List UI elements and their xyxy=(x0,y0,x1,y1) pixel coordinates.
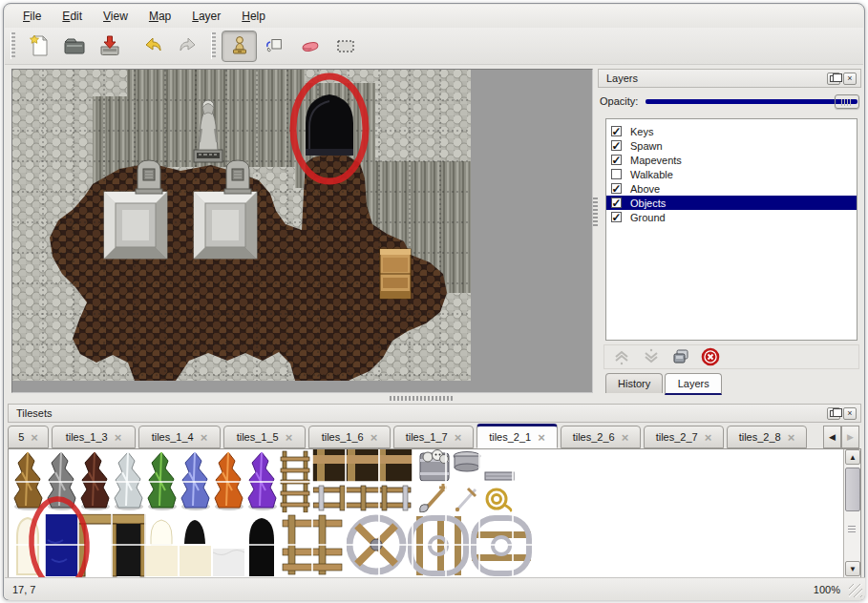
layer-row-ground[interactable]: ✓ Ground xyxy=(606,210,857,224)
layer-checkbox[interactable]: ✓ xyxy=(611,183,622,194)
map-render xyxy=(12,70,471,381)
float-panel-button[interactable] xyxy=(827,407,840,420)
toolbar-drag-handle[interactable] xyxy=(11,32,15,59)
toolbar-drag-handle[interactable] xyxy=(211,32,216,59)
layer-label: Spawn xyxy=(630,140,663,152)
layer-label: Mapevents xyxy=(630,155,682,166)
layer-row-walkable[interactable]: Walkable xyxy=(606,167,857,181)
scrollbar-thumb[interactable] xyxy=(845,468,860,511)
layer-checkbox[interactable]: ✓ xyxy=(611,198,622,208)
layer-checkbox[interactable]: ✓ xyxy=(611,155,622,165)
move-layer-up-button[interactable] xyxy=(612,347,631,366)
scroll-up-button[interactable]: ▲ xyxy=(845,449,860,465)
tileset-render xyxy=(11,449,548,577)
layers-panel-title: Layers × xyxy=(598,69,861,88)
layer-row-objects[interactable]: ✓ Objects xyxy=(606,196,857,210)
tileset-tab[interactable]: tiles_2_7× xyxy=(644,426,724,448)
layer-label: Above xyxy=(630,183,660,195)
opacity-slider[interactable] xyxy=(646,94,859,109)
eraser-tool-button[interactable] xyxy=(292,31,328,62)
new-file-button[interactable] xyxy=(21,31,56,62)
tileset-canvas[interactable]: ▲ ▼ xyxy=(8,448,861,578)
menu-file[interactable]: File xyxy=(13,7,51,26)
crate xyxy=(380,249,411,299)
scroll-down-button[interactable]: ▼ xyxy=(845,561,860,576)
tileset-scrollbar[interactable]: ▲ ▼ xyxy=(843,449,860,577)
paint-bucket-icon xyxy=(263,33,287,58)
tilesets-panel-title: Tilesets × xyxy=(8,404,861,423)
save-icon xyxy=(97,33,122,58)
close-tab-icon[interactable]: × xyxy=(788,432,795,443)
tileset-tab[interactable]: tiles_1_5× xyxy=(223,426,306,448)
selection-rect-icon xyxy=(333,33,358,58)
float-panel-button[interactable] xyxy=(827,73,840,85)
fill-tool-button[interactable] xyxy=(257,31,292,62)
tab-layers[interactable]: Layers xyxy=(665,373,722,395)
scroll-tabs-right-button[interactable]: ▶ xyxy=(841,426,859,448)
stamp-icon xyxy=(227,33,252,58)
close-tab-icon[interactable]: × xyxy=(705,432,712,443)
toolbar xyxy=(5,28,863,65)
resize-grip[interactable] xyxy=(849,584,862,597)
stamp-tool-button[interactable] xyxy=(222,31,257,62)
layer-row-mapevents[interactable]: ✓ Mapevents xyxy=(606,153,857,167)
menu-help[interactable]: Help xyxy=(232,7,275,26)
delete-layer-button[interactable] xyxy=(701,347,720,366)
close-panel-button[interactable]: × xyxy=(843,407,857,420)
tab-history[interactable]: History xyxy=(605,373,663,393)
horizontal-splitter[interactable] xyxy=(390,396,453,401)
menu-view[interactable]: View xyxy=(94,7,138,26)
open-button[interactable] xyxy=(56,31,92,62)
undo-button[interactable] xyxy=(135,31,170,62)
tileset-tab[interactable]: tiles_1_4× xyxy=(138,426,221,448)
close-tab-icon[interactable]: × xyxy=(201,432,208,443)
tileset-tab[interactable]: tiles_1_7× xyxy=(393,426,474,448)
close-panel-button[interactable]: × xyxy=(843,73,857,85)
tileset-tab[interactable]: tiles_2_6× xyxy=(561,426,641,448)
tileset-tab[interactable]: tiles_1_6× xyxy=(308,426,391,448)
redo-icon xyxy=(176,33,201,58)
close-tab-icon[interactable]: × xyxy=(538,432,545,443)
menu-map[interactable]: Map xyxy=(139,7,180,26)
save-button[interactable] xyxy=(92,31,127,62)
open-folder-icon xyxy=(62,33,87,58)
close-tab-icon[interactable]: × xyxy=(370,432,378,443)
vertical-splitter[interactable] xyxy=(593,198,598,228)
tileset-tab[interactable]: tiles_1_3× xyxy=(52,426,136,448)
close-tab-icon[interactable]: × xyxy=(115,432,122,443)
layer-checkbox[interactable]: ✓ xyxy=(611,212,622,222)
opacity-row: Opacity: xyxy=(600,92,859,111)
layer-checkbox[interactable]: ✓ xyxy=(611,126,622,136)
tileset-tab[interactable]: tiles_2_1× xyxy=(476,424,558,448)
map-canvas[interactable] xyxy=(11,69,593,393)
layer-row-keys[interactable]: ✓ Keys xyxy=(606,124,857,138)
cave-entrance xyxy=(306,94,353,156)
tileset-tab[interactable]: 5× xyxy=(8,426,49,448)
undo-icon xyxy=(140,33,165,58)
menu-layer[interactable]: Layer xyxy=(182,7,230,26)
cursor-coordinates: 17, 7 xyxy=(12,584,35,595)
layer-checkbox[interactable]: ✓ xyxy=(611,140,622,151)
scroll-tabs-left-button[interactable]: ◀ xyxy=(823,426,841,448)
tileset-tab[interactable]: tiles_2_8× xyxy=(727,426,807,448)
new-file-icon xyxy=(27,33,52,58)
tile-rails xyxy=(281,449,413,512)
layer-row-spawn[interactable]: ✓ Spawn xyxy=(606,138,857,153)
layer-checkbox[interactable] xyxy=(611,169,622,179)
move-layer-down-button[interactable] xyxy=(642,347,661,366)
close-tab-icon[interactable]: × xyxy=(622,432,629,443)
select-tool-button[interactable] xyxy=(328,31,363,62)
close-tab-icon[interactable]: × xyxy=(455,432,462,443)
layer-label: Objects xyxy=(630,198,666,209)
layer-list: ✓ Keys ✓ Spawn ✓ Mapevents Walkable ✓ Ab… xyxy=(605,118,857,341)
status-bar: 17, 7 100% xyxy=(5,577,865,600)
menu-bar: File Edit View Map Layer Help xyxy=(5,5,863,28)
close-tab-icon[interactable]: × xyxy=(286,432,293,443)
menu-edit[interactable]: Edit xyxy=(53,7,92,26)
redo-button[interactable] xyxy=(170,31,205,62)
opacity-slider-thumb[interactable] xyxy=(835,94,859,109)
layer-row-above[interactable]: ✓ Above xyxy=(606,181,857,196)
right-dock-tabs: History Layers xyxy=(605,373,724,393)
duplicate-layer-button[interactable] xyxy=(671,347,690,366)
close-tab-icon[interactable]: × xyxy=(31,432,38,443)
